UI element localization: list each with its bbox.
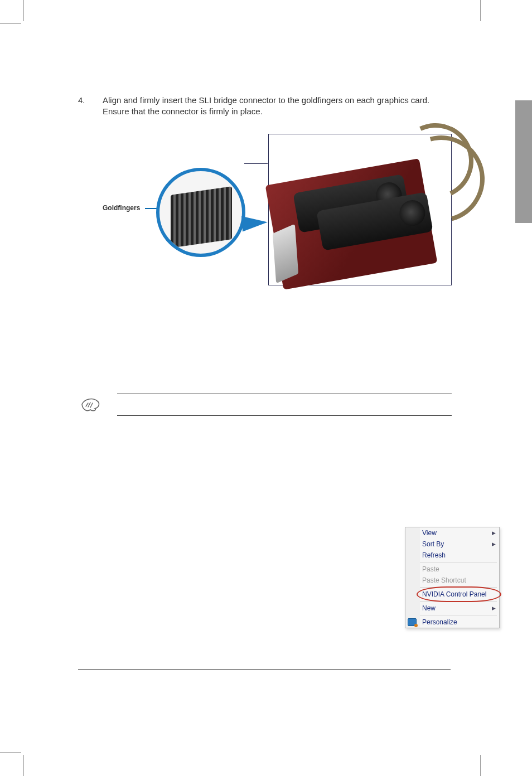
ctxmenu-separator: [420, 587, 497, 588]
ctxmenu-label: View: [422, 529, 437, 537]
ctxmenu-label: Paste: [422, 565, 439, 573]
figure-sli-install: Goldfingers: [78, 143, 452, 316]
ctxmenu-item-refresh[interactable]: Refresh: [405, 550, 499, 561]
step-number: 4.: [78, 95, 103, 118]
footer-rule: [78, 669, 451, 670]
ctxmenu-label: Paste Shortcut: [422, 576, 466, 584]
crop-mark: [480, 0, 481, 21]
note-block: [78, 394, 452, 416]
step-text: Align and firmly insert the SLI bridge c…: [103, 95, 452, 118]
zoom-lens-icon: [156, 168, 245, 257]
instruction-step: 4. Align and firmly insert the SLI bridg…: [78, 95, 452, 118]
lens-pointer-icon: [241, 214, 268, 231]
ctxmenu-item-new[interactable]: New ▶: [405, 603, 499, 614]
ctxmenu-item-nvidia-control-panel[interactable]: NVIDIA Control Panel: [405, 589, 499, 600]
crop-mark: [23, 755, 24, 776]
submenu-arrow-icon: ▶: [492, 541, 496, 547]
motherboard-photo: [268, 134, 452, 285]
ctxmenu-separator: [420, 601, 497, 602]
ctxmenu-separator: [420, 562, 497, 562]
crop-mark: [0, 752, 21, 753]
ctxmenu-label: Sort By: [422, 540, 444, 548]
ctxmenu-item-paste-shortcut: Paste Shortcut: [405, 575, 499, 586]
ctxmenu-item-view[interactable]: View ▶: [405, 527, 499, 539]
ctxmenu-separator: [420, 615, 497, 615]
crop-mark: [0, 23, 21, 24]
page-content: 4. Align and firmly insert the SLI bridg…: [78, 95, 452, 416]
ctxmenu-item-paste: Paste: [405, 564, 499, 575]
callout-label-goldfingers: Goldfingers: [103, 204, 140, 212]
personalize-icon: [408, 618, 417, 626]
ctxmenu-label: Refresh: [422, 551, 446, 559]
ctxmenu-label: Personalize: [422, 618, 457, 626]
side-tab: [515, 100, 532, 223]
note-hand-icon: [80, 396, 101, 413]
ctxmenu-label: New: [422, 604, 436, 612]
windows-context-menu: View ▶ Sort By ▶ Refresh Paste Paste Sho…: [405, 527, 500, 628]
note-rule-lines: [117, 394, 452, 416]
crop-mark: [480, 755, 481, 776]
submenu-arrow-icon: ▶: [492, 530, 496, 536]
ctxmenu-item-personalize[interactable]: Personalize: [405, 617, 499, 628]
callout-leader-line: [244, 163, 268, 164]
crop-mark: [23, 0, 24, 21]
submenu-arrow-icon: ▶: [492, 605, 496, 611]
ctxmenu-label: NVIDIA Control Panel: [422, 590, 486, 598]
ctxmenu-item-sort-by[interactable]: Sort By ▶: [405, 539, 499, 550]
